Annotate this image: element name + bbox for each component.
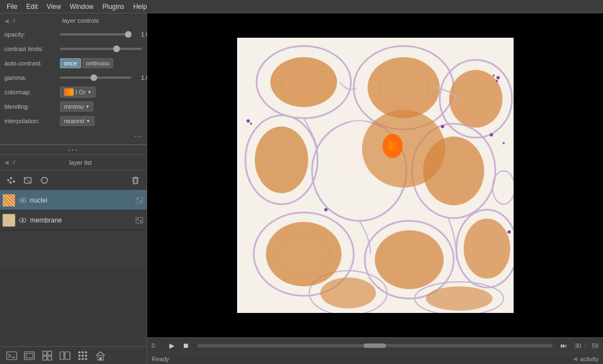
menu-file[interactable]: File [2,2,22,12]
svg-point-57 [368,57,440,118]
svg-rect-9 [134,177,137,178]
controls-more-menu: ⋮ [0,131,147,142]
colormap-label: colormap: [4,89,60,95]
svg-point-72 [490,133,493,136]
menu-view[interactable]: View [42,2,66,12]
console-btn[interactable] [4,348,19,363]
frame-end: 59 [592,342,599,349]
home-btn[interactable] [93,348,108,363]
blending-row: blending: minimu ▼ [4,100,142,113]
contrast-limits-row: contrast limits: [4,42,142,55]
svg-point-3 [9,181,12,184]
layer-list-spacer [0,269,147,347]
svg-point-0 [7,179,9,181]
gamma-slider[interactable] [60,77,132,79]
svg-rect-28 [43,356,47,360]
cell-image [237,38,514,313]
opacity-slider-container: 1.0 [60,31,149,38]
tile-icon [77,350,88,361]
section-divider: ••• [0,145,147,155]
add-labels-layer-btn[interactable] [38,174,51,187]
trash-icon [130,175,140,185]
menu-help[interactable]: Help [129,2,152,12]
nuclei-thumbnail [2,194,16,207]
auto-contrast-buttons: once ontinuou [60,58,113,68]
menu-window[interactable]: Window [66,2,98,12]
svg-point-33 [82,351,84,353]
svg-point-64 [266,222,341,286]
grid-btn[interactable] [40,348,54,363]
contrast-slider[interactable] [60,48,142,50]
activity-label: activity [580,356,599,362]
svg-point-74 [441,125,444,128]
menu-plugins[interactable]: Plugins [98,2,129,12]
layer-item-membrane[interactable]: membrane [0,210,147,230]
layer-list-header: ◀ ↺ layer list [0,155,147,170]
svg-point-70 [496,80,498,82]
stop-button[interactable]: ⏹ [180,340,192,351]
menu-edit[interactable]: Edit [22,2,42,12]
more-options-icon[interactable]: ⋮ [134,133,143,140]
nuclei-type-icon [134,195,144,205]
svg-point-35 [78,355,81,357]
colormap-row: colormap: I Or ▼ [4,85,142,99]
main-layout: ◀ ↺ layer controls opacity: 1.0 contrast… [0,13,603,364]
svg-rect-31 [65,352,70,360]
svg-point-56 [270,57,337,107]
gamma-label: gamma: [4,74,60,81]
auto-contrast-once-btn[interactable]: once [60,58,81,68]
menubar: File Edit View Window Plugins Help [0,0,603,13]
play-button[interactable]: ▶ [166,340,177,351]
nuclei-visibility-icon[interactable] [18,195,28,205]
svg-point-77 [247,119,250,123]
bottom-toolbar [0,346,147,364]
blending-value: minimu [64,103,83,110]
auto-contrast-continuous-btn[interactable]: ontinuou [82,58,113,68]
playback-bar: 0 ▶ ⏹ ⏭ 30 | 59 [147,337,603,353]
svg-point-66 [464,219,510,279]
svg-point-67 [320,277,376,309]
goto-end-button[interactable]: ⏭ [558,340,569,351]
delete-layer-btn[interactable] [129,174,142,187]
activity-arrow-icon: ◀ [573,356,577,362]
svg-point-2 [13,180,15,183]
add-shapes-layer-btn[interactable] [21,174,34,187]
layer-list-scroll-icon: ◀ [4,159,9,165]
grid-icon [42,350,53,361]
interpolation-dropdown[interactable]: nearest ▼ [60,116,94,126]
svg-point-69 [496,76,500,79]
image-container[interactable] [147,13,603,337]
layer-item-nuclei[interactable]: nuclei [0,190,147,210]
svg-rect-27 [48,351,52,355]
auto-contrast-label: auto-contrast: [4,60,60,67]
points-icon [6,175,16,185]
svg-point-38 [78,358,81,360]
split-btn[interactable] [58,348,72,363]
interpolation-value: nearest [64,118,84,124]
colormap-swatch [64,88,74,96]
membrane-thumbnail [2,214,16,227]
svg-rect-19 [136,218,143,223]
nuclei-layer-name: nuclei [30,196,134,204]
ndview-icon [24,351,35,360]
svg-rect-30 [60,352,64,360]
blending-arrow-icon: ▼ [85,104,89,109]
auto-contrast-row: auto-contrast: once ontinuou [4,57,142,70]
blending-dropdown[interactable]: minimu ▼ [60,102,93,112]
tile-btn[interactable] [76,348,90,363]
opacity-slider[interactable] [60,33,132,36]
membrane-type-icon [134,215,144,225]
opacity-label: opacity: [4,31,60,38]
svg-point-58 [449,70,502,128]
playback-slider[interactable] [197,344,552,347]
svg-point-76 [502,142,505,144]
ndview-btn[interactable] [22,348,37,363]
cell-visualization [237,38,514,313]
split-icon [59,351,71,360]
membrane-visibility-icon[interactable] [18,215,28,225]
svg-point-65 [375,230,444,289]
svg-line-5 [24,178,31,183]
add-points-layer-btn[interactable] [4,174,18,187]
refresh-icon: ↺ [11,18,16,24]
colormap-dropdown[interactable]: I Or ▼ [60,87,96,98]
